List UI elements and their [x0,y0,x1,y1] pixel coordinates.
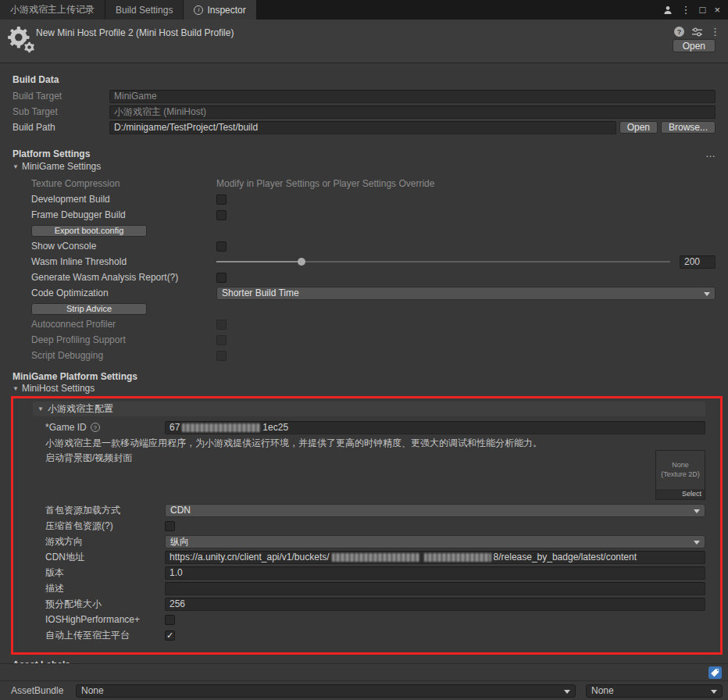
cdn-prefix: https://a.unity.cn/client_api/v1/buckets… [170,552,330,562]
development-build-checkbox[interactable] [216,195,227,205]
wasm-threshold-slider[interactable] [216,254,670,270]
cover-label: 启动背景图/视频封面 [45,452,132,465]
load-mode-row: 首包资源加载方式 CDN [33,502,705,518]
ios-high-performance-row: IOSHighPerformance+ [33,612,705,627]
texture-compression-row: Texture Compression Modify in Player Set… [0,176,728,191]
minihost-settings-foldout[interactable]: ▼ MiniHost Settings [0,382,728,395]
tab-build-settings-label: Build Settings [116,5,173,16]
host-config-foldout[interactable]: ▼ 小游戏宿主配置 [33,402,705,416]
show-vconsole-label: Show vConsole [31,241,213,252]
maximize-icon[interactable]: □ [700,5,706,15]
annotation-highlight-box: ▼ 小游戏宿主配置 *Game ID ? 67 1ec25 小游戏宿主是一款移动… [11,396,723,655]
auto-upload-checkbox[interactable]: ✓ [165,630,175,641]
version-value: 1.0 [170,567,183,578]
heap-size-value: 256 [170,598,185,609]
ios-high-performance-checkbox[interactable] [165,615,175,625]
strip-advice-button[interactable]: Strip Advice [31,303,147,315]
minihost-settings-label: MiniHost Settings [22,383,95,394]
unity-inspector-window: 小游戏宿主上传记录 Build Settings i Inspector ⋮ □… [0,0,728,700]
strip-advice-row: Strip Advice [0,301,728,316]
cdn-address-field[interactable]: https://a.unity.cn/client_api/v1/buckets… [165,551,705,564]
deep-profiling-checkbox[interactable] [216,335,227,345]
header-icons: ? ⋮ [674,26,720,38]
build-path-open-button[interactable]: Open [619,121,658,134]
cdn-suffix: 8/release_by_badge/latest/content [494,552,637,562]
description-label: 描述 [45,582,162,595]
heap-size-label: 预分配堆大小 [45,598,162,611]
compress-checkbox[interactable] [165,521,175,531]
redacted-text [332,553,419,562]
export-bootconfig-button[interactable]: Export boot.config [31,225,147,237]
header-kebab-icon[interactable]: ⋮ [710,26,720,38]
build-path-label: Build Path [12,122,106,133]
code-optimization-dropdown[interactable]: Shorter Build Time [216,287,716,300]
description-field[interactable] [165,582,705,595]
close-icon[interactable]: × [714,5,720,15]
version-field[interactable]: 1.0 [165,566,705,580]
build-target-row: Build Target MiniGame [0,88,728,104]
sub-target-label: Sub Target [12,106,106,117]
orientation-dropdown[interactable]: 纵向 [165,535,705,548]
browse-button[interactable]: Browse... [661,121,716,134]
variant-value: None [591,685,614,696]
tab-inspector[interactable]: i Inspector [184,0,256,20]
label-tag-icon[interactable] [708,666,722,679]
autoconnect-profiler-row: Autoconnect Profiler [0,316,728,332]
load-mode-dropdown[interactable]: CDN [165,504,705,517]
asset-labels-bar [0,663,728,680]
slider-knob[interactable] [298,258,305,266]
development-build-row: Development Build [0,191,728,207]
compress-row: 压缩首包资源(?) [33,518,705,534]
ios-high-performance-label: IOSHighPerformance+ [45,614,162,625]
build-profile-icon [6,25,36,55]
build-path-field[interactable]: D:/minigame/TestProject/Test/build [109,121,616,134]
auto-upload-label: 自动上传至宿主平台 [45,629,162,642]
slider-track[interactable] [216,261,670,262]
tab-build-settings[interactable]: Build Settings [105,0,184,20]
open-button[interactable]: Open [673,39,716,52]
build-path-row: Build Path D:/minigame/TestProject/Test/… [0,120,728,135]
heap-size-row: 预分配堆大小 256 [33,596,705,612]
host-intro-row: 小游戏宿主是一款移动端应用程序，为小游戏提供运行环境，并提供了更高的时钟精度、更… [33,435,705,451]
texture-object-field[interactable]: None (Texture 2D) Select [655,450,705,500]
inspector-info-icon: i [194,5,203,15]
orientation-row: 游戏方向 纵向 [33,534,705,549]
window-menu-icon[interactable]: ⋮ [681,5,691,15]
texture-compression-value: Modify in Player Settings or Player Sett… [216,178,434,189]
sub-target-field: 小游戏宿主 (MiniHost) [109,105,716,119]
game-id-help-icon[interactable]: ? [91,423,100,432]
export-bootconfig-row: Export boot.config [0,223,728,238]
tab-upload-record[interactable]: 小游戏宿主上传记录 [0,0,105,20]
slider-fill [216,261,302,262]
assetbundle-dropdown[interactable]: None [76,684,576,698]
presets-icon[interactable] [692,27,702,37]
game-id-field[interactable]: 67 1ec25 [165,421,705,434]
minigame-settings-foldout[interactable]: ▼ MiniGame Settings [0,159,728,173]
heap-size-field[interactable]: 256 [165,598,705,611]
texture-select-button[interactable]: Select [656,489,705,499]
wasm-report-row: Generate Wasm Analysis Report(?) [0,270,728,285]
redacted-text [424,553,491,562]
assetbundle-value: None [81,685,104,696]
show-vconsole-checkbox[interactable] [216,241,227,252]
help-icon[interactable]: ? [674,27,684,37]
code-optimization-value: Shorter Build Time [222,288,299,298]
platform-settings-heading-row: Platform Settings … [0,148,728,159]
inspector-header: New Mini Host Profile 2 (Mini Host Build… [0,20,728,63]
texture-compression-label: Texture Compression [31,178,213,189]
wasm-threshold-field[interactable]: 200 [680,255,716,269]
game-id-suffix: 1ec25 [262,422,288,433]
autoconnect-profiler-checkbox[interactable] [216,320,227,330]
dropdown-arrow-icon [694,541,700,548]
load-mode-value: CDN [170,505,191,516]
minigame-platform-heading: MiniGame Platform Settings [12,371,728,382]
dropdown-arrow-icon [564,690,570,697]
account-icon[interactable] [663,5,673,15]
platform-more-button[interactable]: … [705,152,716,156]
frame-debugger-checkbox[interactable] [216,210,227,220]
texture-none-text: None [672,461,689,470]
script-debugging-checkbox[interactable] [216,351,227,361]
assetbundle-variant-dropdown[interactable]: None [586,684,723,698]
wasm-report-checkbox[interactable] [216,273,227,283]
autoconnect-profiler-label: Autoconnect Profiler [31,319,213,330]
